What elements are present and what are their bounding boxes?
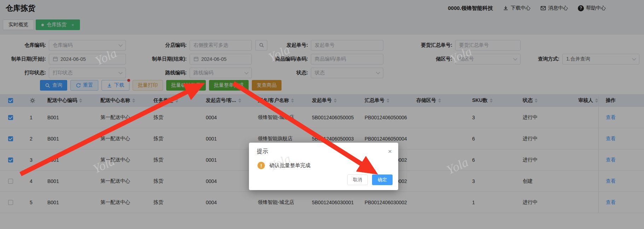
dialog-footer: 取消 确定 xyxy=(347,174,393,185)
dialog-message: 确认批量整单完成 xyxy=(269,162,311,169)
close-icon[interactable]: × xyxy=(388,148,392,155)
warning-icon: ! xyxy=(257,162,265,169)
confirm-dialog: 提示 × ! 确认批量整单完成 取消 确定 xyxy=(249,143,398,190)
dialog-title: 提示 xyxy=(257,148,268,155)
cancel-button[interactable]: 取消 xyxy=(347,174,368,185)
dialog-body: ! 确认批量整单完成 xyxy=(249,155,398,169)
dialog-header: 提示 × xyxy=(249,143,398,155)
modal-backdrop xyxy=(0,0,644,229)
confirm-button[interactable]: 确定 xyxy=(372,174,393,185)
